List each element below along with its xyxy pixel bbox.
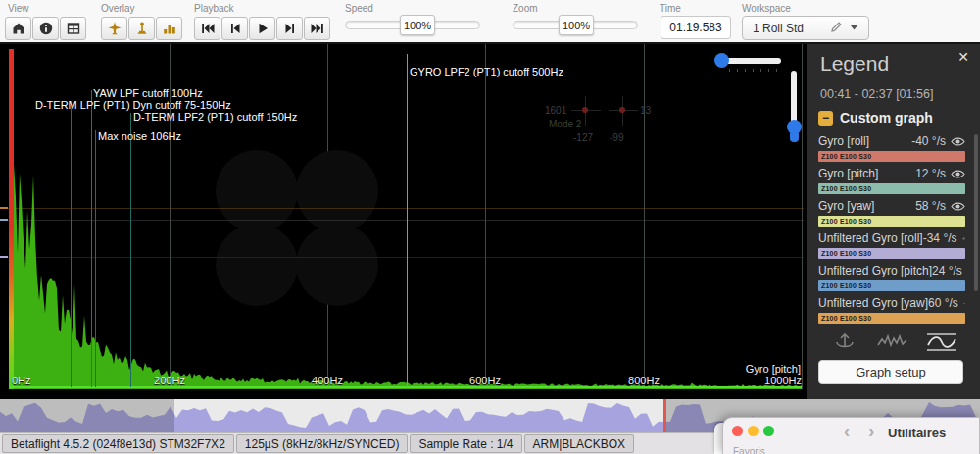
legend-item-name: Gyro [yaw]	[818, 199, 915, 213]
finder-window-title: Utilitaires	[888, 426, 946, 440]
zoom-traffic-light[interactable]	[763, 426, 774, 436]
log-info-button[interactable]	[32, 17, 59, 40]
status-segment: Betaflight 4.5.2 (024f8e13d) STM32F7X2	[2, 434, 234, 453]
analyser-zoom-y-handle[interactable]	[787, 120, 802, 134]
jump-end-button[interactable]	[304, 17, 330, 40]
custom-graph-group[interactable]: − Custom graph	[818, 110, 933, 126]
view-group-label: View	[8, 3, 29, 14]
blackbox-explorer-window: View Overlay Playback	[0, 0, 980, 454]
craft-overlay-button[interactable]	[101, 17, 127, 40]
pencil-icon[interactable]	[830, 21, 843, 33]
step-forward-button[interactable]	[276, 17, 303, 40]
axis-tick: 0Hz	[12, 375, 31, 386]
legend-item-name: Gyro [pitch]	[818, 167, 915, 180]
step-back-button[interactable]	[221, 17, 248, 40]
max-noise-line	[95, 130, 96, 387]
play-icon	[255, 21, 270, 36]
axis-tick: 800Hz	[628, 375, 660, 386]
legend-item-curve-bar[interactable]: Z100 E100 S30	[818, 248, 965, 259]
forward-chevron-icon[interactable]: ›	[868, 421, 874, 442]
legend-item-curve-bar[interactable]: Z100 E100 S30	[818, 183, 965, 194]
legend-item[interactable]: Unfiltered Gyro [roll] -34 °/s Z100 E100…	[818, 231, 965, 261]
field-label: Gyro [pitch]	[746, 363, 801, 375]
table-view-button[interactable]	[60, 17, 86, 40]
time-input[interactable]: 01:19.583	[661, 16, 731, 39]
home-button[interactable]	[5, 17, 31, 40]
sticks-icon	[134, 21, 150, 36]
jump-start-button[interactable]	[194, 17, 220, 40]
eye-icon[interactable]	[951, 201, 965, 212]
spectrum-dc-peak	[9, 49, 14, 389]
sticks-overlay-button[interactable]	[128, 17, 155, 40]
annotation-gyro-lpf2: GYRO LPF2 (PT1) cutoff 500Hz	[410, 66, 564, 77]
spectrum-tool-icon[interactable]	[925, 331, 958, 353]
cutoff-line-dterm-dyn-low	[71, 101, 72, 387]
play-button[interactable]	[249, 17, 275, 40]
waveform-tool-icon[interactable]	[876, 331, 909, 353]
slider-ticks	[729, 69, 777, 72]
seekbar-position-marker[interactable]	[663, 399, 666, 432]
overlay-button-group	[101, 17, 182, 40]
workspace-select[interactable]: 1 Roll Std	[742, 16, 869, 40]
analyser-overlay-button[interactable]	[156, 17, 182, 40]
graph-setup-button[interactable]: Graph setup	[818, 360, 963, 384]
legend-item-badge: Z100 E100 S30	[821, 282, 871, 289]
legend-item[interactable]: Gyro [yaw] 58 °/s Z100 E100 S30	[818, 199, 965, 228]
legend-item[interactable]: Gyro [roll] -40 °/s Z100 E100 S30	[818, 134, 965, 164]
log-time-range: 00:41 - 02:37 [01:56]	[820, 87, 933, 101]
close-traffic-light[interactable]	[732, 426, 743, 436]
status-segment: 125µS (8kHz/8kHz/SYNCED)	[236, 434, 409, 453]
legend-scrollbar[interactable]	[974, 134, 978, 291]
close-icon[interactable]: ✕	[957, 49, 969, 65]
legend-item-curve-bar[interactable]: Z100 E100 S30	[818, 151, 965, 162]
next-frame-icon	[282, 21, 298, 36]
plane-icon	[107, 21, 122, 36]
custom-graph-label: Custom graph	[840, 110, 933, 126]
back-chevron-icon[interactable]: ‹	[844, 421, 850, 442]
analyser-zoom-x-slider[interactable]	[720, 58, 781, 64]
info-icon	[38, 21, 54, 36]
legend-item[interactable]: Unfiltered Gyro [yaw] 60 °/s Z100 E100 S…	[818, 296, 965, 326]
legend-item[interactable]: Unfiltered Gyro [pitch] 24 °/s Z100 E100…	[818, 264, 965, 293]
playback-button-group	[194, 17, 330, 40]
analyser-zoom-x-handle[interactable]	[714, 53, 729, 68]
eye-icon[interactable]	[951, 169, 965, 179]
skip-to-end-icon	[310, 21, 325, 36]
legend-item[interactable]: Gyro [pitch] 12 °/s Z100 E100 S30	[818, 167, 965, 196]
minimize-traffic-light[interactable]	[748, 426, 759, 436]
status-segment: Sample Rate : 1/4	[410, 434, 521, 453]
legend-item-name: Unfiltered Gyro [roll]	[818, 231, 923, 245]
legend-item-value: -40 °/s	[911, 134, 946, 148]
legend-item-curve-bar[interactable]: Z100 E100 S30	[818, 280, 965, 291]
spectrum-graph[interactable]: 1601 Mode 2 -127 -99 13 YAW LPF cutoff 1…	[0, 44, 807, 399]
legend-item-curve-bar[interactable]: Z100 E100 S30	[818, 313, 965, 324]
eye-icon[interactable]	[963, 298, 965, 309]
legend-item-name: Unfiltered Gyro [pitch]	[818, 264, 932, 277]
finder-sidebar-label: Favoris	[733, 446, 765, 454]
marker-tool-icon[interactable]	[828, 331, 861, 353]
table-icon	[66, 21, 81, 36]
legend-item-badge: Z100 E100 S30	[821, 250, 871, 257]
previous-frame-icon	[227, 21, 243, 36]
overlay-group-label: Overlay	[101, 3, 134, 14]
zoom-value[interactable]: 100%	[559, 15, 594, 35]
speed-value[interactable]: 100%	[400, 15, 435, 35]
playback-group-label: Playback	[194, 3, 234, 14]
bars-icon	[162, 21, 177, 36]
finder-window[interactable]: ‹ › Utilitaires Favoris	[722, 417, 980, 454]
legend-tools	[807, 331, 980, 353]
legend-item-badge: Z100 E100 S30	[821, 185, 871, 192]
legend-item-name: Gyro [roll]	[818, 134, 911, 148]
legend-item-value: -34 °/s	[923, 231, 957, 245]
legend-item-badge: Z100 E100 S30	[821, 153, 871, 160]
collapse-icon[interactable]: −	[818, 111, 833, 126]
legend-item-curve-bar[interactable]: Z100 E100 S30	[818, 216, 965, 227]
eye-icon[interactable]	[962, 233, 965, 244]
chevron-down-icon[interactable]	[850, 25, 858, 30]
eye-icon[interactable]	[951, 136, 965, 147]
legend-item-value: 60 °/s	[928, 296, 958, 310]
legend-panel: ✕ Legend 00:41 - 02:37 [01:56] − Custom …	[807, 44, 980, 399]
toolbar: View Overlay Playback	[0, 0, 980, 44]
spectrum-baseline	[10, 386, 802, 388]
status-segment: ARM|BLACKBOX	[524, 434, 634, 453]
